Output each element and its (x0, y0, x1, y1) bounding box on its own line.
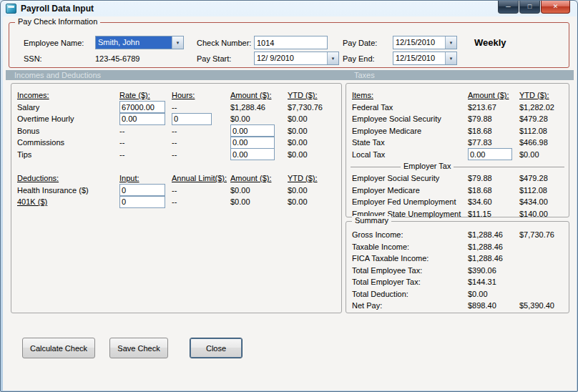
tips-hours-value: -- (172, 149, 230, 161)
incomes-col-header: Incomes: (17, 89, 119, 102)
employee-ss-amount: $79.88 (468, 113, 519, 125)
net-pay-amount: $898.40 (468, 300, 519, 312)
local-tax-input[interactable] (468, 148, 512, 160)
rate-col-header: Rate ($): (119, 89, 172, 102)
amount-col-header: Amount ($): (230, 172, 288, 185)
deduction-401k-link[interactable]: 401K ($) (17, 197, 47, 206)
chevron-down-icon[interactable]: ▼ (172, 36, 183, 49)
chevron-down-icon[interactable]: ▼ (327, 52, 338, 64)
federal-tax-amount: $213.67 (468, 102, 519, 114)
minimize-button[interactable]: ─ (498, 1, 519, 14)
bonus-ytd-value: $0.00 (288, 125, 337, 137)
save-check-button[interactable]: Save Check (109, 338, 168, 358)
bonus-hours-value: -- (172, 125, 230, 137)
taxes-employee-table: Items: Amount ($): YTD ($): Federal Tax … (352, 89, 564, 160)
ssn-label: SSN: (24, 54, 42, 63)
commissions-hours-value: -- (172, 137, 230, 149)
summary-panel: Summary Gross Income: $1,288.46 $7,730.7… (346, 221, 569, 313)
minimize-icon: ─ (506, 4, 510, 10)
local-tax-input-cell (468, 149, 519, 161)
pay-end-value: 12/15/2010 (393, 52, 445, 64)
401k-ytd-value: $0.00 (288, 196, 337, 208)
overtime-amount-value: $0.00 (230, 113, 288, 125)
tax-row-name: Employer Medicare (352, 185, 468, 197)
income-row-name: Tips (17, 149, 119, 161)
employee-name-label: Employee Name: (24, 39, 84, 47)
tax-row-name: Employer Fed Unemployment (352, 196, 468, 208)
overtime-hours-input[interactable] (172, 113, 212, 125)
close-dialog-button[interactable]: Close (190, 338, 243, 358)
summary-group-label: Summary (352, 216, 391, 225)
commissions-amount-cell (230, 137, 288, 149)
tips-rate-value: -- (119, 149, 172, 161)
fica-taxable-amount: $1,288.46 (468, 253, 519, 265)
tips-amount-cell (230, 149, 288, 161)
employee-medicare-ytd: $112.08 (519, 125, 564, 137)
summary-table: Gross Income: $1,288.46 $7,730.76 Taxabl… (352, 229, 564, 312)
summary-row-name: Total Employee Tax: (352, 265, 468, 277)
deduction-401k-link-cell: 401K ($) (17, 196, 119, 208)
summary-row-name: Net Pay: (352, 300, 468, 312)
pay-start-label: Pay Start: (197, 54, 231, 63)
tax-row-name: Local Tax (352, 149, 468, 161)
pay-start-value: 12/ 9/2010 (255, 52, 327, 64)
pay-frequency-label: Weekly (474, 37, 506, 48)
input-col-header: Input: (119, 172, 172, 185)
amount-col-header: Amount ($): (230, 89, 288, 102)
ytd-col-header: YTD ($): (519, 89, 564, 102)
taxable-income-amount: $1,288.46 (468, 241, 519, 253)
taxes-employer-table: Employer Social Security $79.88 $479.28 … (352, 172, 564, 220)
commissions-rate-value: -- (119, 137, 172, 149)
health-insurance-input[interactable] (119, 184, 165, 196)
employee-name-value: Smith, John (96, 36, 172, 49)
health-insurance-amount-value: $0.00 (230, 185, 288, 197)
overtime-rate-cell (119, 113, 172, 125)
pay-end-picker[interactable]: 12/15/2010 ▼ (393, 52, 457, 65)
employer-medicare-ytd: $112.08 (519, 185, 564, 197)
local-tax-ytd: $0.00 (519, 149, 564, 161)
total-employee-tax-ytd (519, 265, 564, 277)
employer-tax-label: Employer Tax (401, 162, 454, 170)
fica-taxable-ytd (519, 253, 564, 265)
overtime-rate-input[interactable] (119, 113, 165, 125)
employee-medicare-amount: $18.68 (468, 125, 519, 137)
gross-income-ytd: $7,730.76 (519, 229, 564, 241)
employer-medicare-amount: $18.68 (468, 185, 519, 197)
deductions-table: Deductions: Input: Annual Limit($): Amou… (17, 172, 337, 208)
pay-start-picker[interactable]: 12/ 9/2010 ▼ (254, 52, 339, 65)
bonus-amount-input[interactable] (230, 124, 275, 137)
commissions-amount-input[interactable] (230, 137, 275, 149)
chevron-down-icon[interactable]: ▼ (445, 36, 456, 49)
maximize-icon: □ (528, 4, 532, 10)
total-employer-tax-ytd (519, 276, 564, 288)
employee-name-combo[interactable]: Smith, John ▼ (95, 36, 184, 49)
maximize-button[interactable]: □ (519, 1, 540, 14)
tips-ytd-value: $0.00 (288, 149, 337, 161)
pay-date-picker[interactable]: 12/15/2010 ▼ (393, 36, 457, 49)
chevron-down-icon[interactable]: ▼ (445, 52, 456, 64)
window-title: Payroll Data Input (21, 4, 94, 14)
calculate-check-button[interactable]: Calculate Check (22, 338, 95, 358)
total-employee-tax-amount: $390.06 (468, 265, 519, 277)
close-button[interactable]: ✕ (541, 1, 570, 14)
401k-limit-value: -- (172, 196, 230, 208)
401k-input[interactable] (119, 196, 165, 208)
total-employer-tax-amount: $144.31 (468, 276, 519, 288)
employer-tax-divider: Employer Tax (351, 167, 564, 167)
salary-rate-input[interactable] (119, 101, 165, 113)
title-bar[interactable]: Payroll Data Input ─ □ ✕ (1, 1, 577, 16)
ytd-col-header: YTD ($): (288, 172, 337, 185)
employer-ss-amount: $79.88 (468, 172, 519, 185)
tips-amount-input[interactable] (230, 148, 275, 160)
overtime-ytd-value: $0.00 (288, 113, 337, 125)
paycheck-group-label: Pay Check Information (15, 17, 100, 26)
federal-tax-ytd: $1,282.02 (519, 102, 564, 114)
employer-state-unemp-ytd: $140.00 (519, 208, 564, 220)
tax-row-name: Employer Social Security (352, 172, 468, 185)
health-insurance-input-cell (119, 185, 172, 197)
items-col-header: Items: (352, 89, 468, 102)
employer-state-unemp-amount: $11.15 (468, 208, 519, 220)
check-number-input[interactable] (254, 36, 328, 49)
bonus-amount-cell (230, 125, 288, 137)
health-insurance-limit-value: -- (172, 185, 230, 197)
